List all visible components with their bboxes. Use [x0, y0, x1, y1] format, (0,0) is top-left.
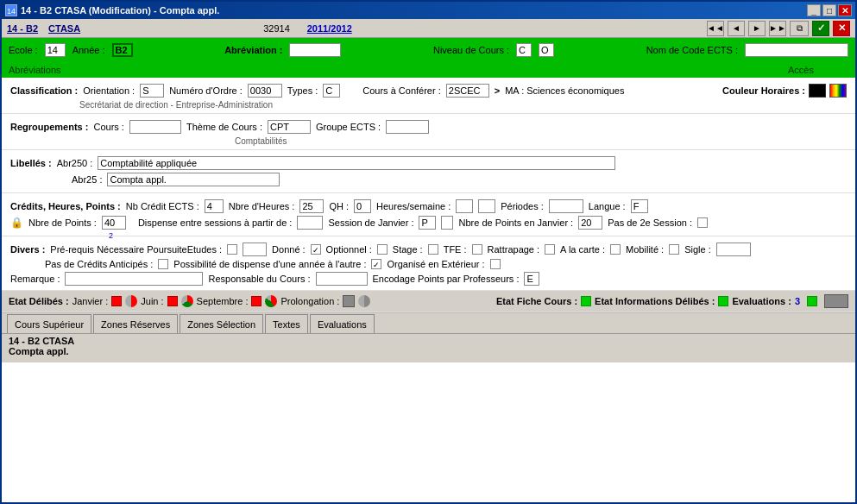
organise-checkbox[interactable] [490, 259, 501, 269]
donne-checkbox[interactable]: ✓ [311, 244, 321, 255]
nbre-pts-jan-label: Nbre de Points en Janvier : [458, 217, 573, 228]
cours-conferer-input[interactable] [446, 84, 489, 98]
juin-red-square [167, 296, 178, 306]
abr250-label: Abr250 : [57, 158, 93, 168]
tab-textes[interactable]: Textes [265, 314, 308, 333]
annee-label: Année : [72, 45, 105, 55]
nav-copy-button[interactable]: ⧉ [790, 21, 809, 36]
dispense-input[interactable] [297, 216, 323, 230]
nav-cancel-button[interactable]: ✕ [833, 21, 850, 36]
abr250-input[interactable] [98, 156, 615, 170]
bottom-line2: Compta appl. [9, 346, 848, 356]
cours-r-input[interactable] [129, 120, 181, 134]
rattrapage-checkbox[interactable] [545, 244, 555, 255]
menu-year[interactable]: 2011/2012 [307, 23, 352, 34]
rainbow-icon[interactable] [829, 84, 847, 98]
niveau-input1[interactable] [516, 43, 532, 57]
encodage-input[interactable] [524, 272, 539, 286]
types-input[interactable] [323, 84, 340, 98]
stage-checkbox[interactable] [428, 244, 438, 255]
orientation-input[interactable] [140, 84, 164, 98]
annee-input[interactable] [112, 43, 133, 57]
etat-delibes-label: Etat Délibés : [9, 296, 69, 306]
tfe-checkbox[interactable] [472, 244, 482, 255]
theme-input[interactable] [268, 120, 311, 134]
nav-next-button[interactable]: ► [748, 21, 766, 36]
numero-input[interactable] [248, 84, 282, 98]
periodes-input[interactable] [549, 199, 583, 213]
nav-first-button[interactable]: ◄◄ [707, 21, 724, 36]
juin-pie-icon[interactable] [181, 295, 193, 307]
responsable-input[interactable] [316, 272, 368, 286]
menu-bar: 14 - B2 CTASA 32914 2011/2012 ◄◄ ◄ ► ►► … [2, 19, 855, 38]
menu-14b2[interactable]: 14 - B2 [7, 23, 38, 34]
mobilite-label: Mobilité : [626, 244, 664, 255]
nav-last-button[interactable]: ►► [769, 21, 786, 36]
sigle-label: Sigle : [684, 244, 711, 255]
credits-section: Crédits, Heures, Points : Nb Crédit ECTS… [2, 193, 855, 236]
niveau-input2[interactable] [539, 43, 554, 57]
nbre-heures-input[interactable] [299, 199, 324, 213]
prolongation-pie-icon[interactable] [358, 295, 370, 307]
prolongation-label: Prolongation : [280, 296, 339, 306]
abr25-input[interactable] [107, 173, 280, 186]
nom-code-input[interactable] [745, 43, 848, 57]
cours-r-label: Cours : [93, 122, 123, 132]
credits-label: Crédits, Heures, Points : [10, 201, 121, 211]
cours-conferer-label: Cours à Conférer : [362, 85, 440, 96]
abreviation-input[interactable] [289, 43, 341, 57]
maximize-button[interactable]: □ [822, 4, 836, 16]
ecole-input[interactable] [45, 43, 66, 57]
header-bar: Ecole : Année : Abréviation : Niveau de … [2, 38, 855, 62]
pas-credits-checkbox[interactable] [158, 259, 168, 269]
prereq-input[interactable] [243, 243, 267, 256]
tab-zones-reserves[interactable]: Zones Réserves [93, 314, 178, 333]
sigle-input[interactable] [716, 243, 751, 256]
nbre-points-sub: 2 [109, 231, 113, 240]
rattrapage-label: Rattrapage : [488, 244, 540, 255]
fiche-green-sq [581, 296, 591, 306]
nb-credit-input[interactable] [205, 199, 224, 213]
tab-zones-selection[interactable]: Zones Sélection [180, 314, 263, 333]
prereq-checkbox[interactable] [227, 244, 237, 255]
minimize-button[interactable]: _ [807, 4, 821, 16]
carte-label: A la carte : [560, 244, 605, 255]
title-bar: 14 14 - B2 CTASA (Modification) - Compta… [2, 2, 855, 19]
tab-evaluations[interactable]: Evaluations [310, 314, 375, 333]
session-jan-input[interactable] [419, 216, 436, 230]
remarque-input[interactable] [65, 272, 203, 286]
nbre-pts-jan-input[interactable] [578, 216, 602, 230]
langue-input[interactable] [631, 199, 648, 213]
qh-input[interactable] [354, 199, 371, 213]
pas-2e-checkbox[interactable] [697, 217, 708, 228]
grid-icon[interactable] [824, 294, 848, 308]
mobilite-checkbox[interactable] [669, 244, 679, 255]
juin-label: Juin : [141, 296, 163, 306]
eval-green-sq[interactable] [807, 296, 817, 306]
heures-semaine-input1[interactable] [456, 199, 473, 213]
possibilite-label: Possibilité de dispense d'une année à l'… [173, 259, 366, 269]
pas-2e-label: Pas de 2e Session : [608, 217, 692, 228]
carte-checkbox[interactable] [610, 244, 621, 255]
nav-prev-button[interactable]: ◄ [728, 21, 745, 36]
nav-confirm-button[interactable]: ✓ [812, 21, 829, 36]
heures-semaine-input2[interactable] [478, 199, 495, 213]
jan-pie-icon[interactable] [125, 295, 137, 307]
divers-section: Divers : Pré-requis Nécessaire Poursuite… [2, 236, 855, 291]
divers-label: Divers : [10, 244, 45, 255]
possibilite-checkbox[interactable]: ✓ [371, 259, 381, 269]
groupe-input[interactable] [386, 120, 429, 134]
libelles-label: Libellés : [10, 158, 52, 168]
close-button[interactable]: ✕ [838, 4, 852, 16]
session-jan-input2[interactable] [441, 216, 453, 230]
color-swatch-black[interactable] [809, 84, 826, 98]
menu-ctasa[interactable]: CTASA [48, 23, 80, 34]
lock-icon: 🔒 [10, 217, 23, 229]
sept-pie-icon[interactable] [265, 295, 277, 307]
optionnel-checkbox[interactable] [377, 244, 388, 255]
prolongation-icon[interactable] [343, 295, 355, 307]
nbre-points-label: Nbre de Points : [28, 217, 97, 228]
nbre-points-input[interactable] [102, 216, 126, 230]
nom-code-label: Nom de Code ECTS : [646, 45, 738, 55]
tab-cours-superieur[interactable]: Cours Supérieur [7, 314, 91, 333]
